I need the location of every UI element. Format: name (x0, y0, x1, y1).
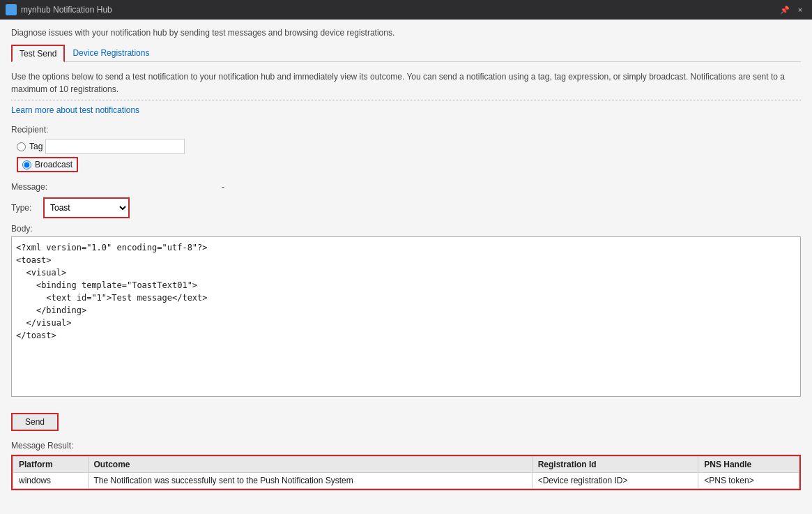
col-platform: Platform (13, 457, 89, 473)
tag-label: Tag (29, 142, 43, 151)
title-bar: mynhub Notification Hub 📌 × (0, 0, 812, 20)
close-button[interactable]: × (794, 3, 806, 16)
broadcast-radio[interactable] (22, 160, 31, 169)
type-select-wrapper: Toast Tile Badge Raw (43, 197, 130, 218)
result-label: Message Result: (11, 441, 801, 451)
type-label: Type: (11, 203, 39, 213)
cell-registration-id: <Device registration ID> (532, 473, 698, 489)
app-icon (6, 4, 17, 15)
body-label: Body: (11, 224, 801, 234)
section-description: Use the options below to send a test not… (11, 70, 801, 96)
message-header: Message: - (11, 182, 801, 192)
col-outcome: Outcome (88, 457, 532, 473)
body-textarea[interactable]: <?xml version="1.0" encoding="utf-8"?> <… (11, 236, 801, 397)
table-row: windows The Notification was successfull… (13, 473, 799, 489)
main-container: Diagnose issues with your notification h… (0, 20, 812, 514)
send-button-wrapper: Send (11, 413, 59, 431)
subtitle-text: Diagnose issues with your notification h… (11, 28, 801, 38)
table-header-row: Platform Outcome Registration Id PNS Han… (13, 457, 799, 473)
col-pns-handle: PNS Handle (698, 457, 799, 473)
recipient-section: Recipient: Tag Broadcast (11, 125, 801, 172)
tab-test-send[interactable]: Test Send (11, 45, 65, 62)
message-section: Message: - Type: Toast Tile Badge Raw Bo… (11, 182, 801, 399)
pin-button[interactable]: 📌 (779, 3, 791, 16)
type-row: Type: Toast Tile Badge Raw (11, 197, 801, 218)
learn-more-link[interactable]: Learn more about test notifications (11, 105, 139, 115)
result-table-wrapper: Platform Outcome Registration Id PNS Han… (11, 455, 801, 490)
tag-radio[interactable] (17, 142, 26, 151)
message-dash: - (222, 182, 224, 192)
title-bar-text: mynhub Notification Hub (21, 5, 779, 15)
result-section: Message Result: Platform Outcome Registr… (11, 441, 801, 490)
message-label: Message: (11, 182, 47, 192)
cell-platform: windows (13, 473, 89, 489)
broadcast-row: Broadcast (17, 157, 78, 172)
result-table: Platform Outcome Registration Id PNS Han… (13, 456, 799, 489)
tag-row: Tag (17, 139, 801, 154)
broadcast-label: Broadcast (35, 160, 72, 169)
type-select[interactable]: Toast Tile Badge Raw (45, 199, 128, 217)
cell-pns-handle: <PNS token> (698, 473, 799, 489)
tabs-container: Test Send Device Registrations (11, 45, 801, 62)
radio-group: Tag Broadcast (17, 139, 801, 172)
recipient-label: Recipient: (11, 125, 801, 135)
tag-input[interactable] (45, 139, 185, 154)
col-registration-id: Registration Id (532, 457, 698, 473)
tab-device-registrations[interactable]: Device Registrations (65, 45, 157, 62)
cell-outcome: The Notification was successfully sent t… (88, 473, 532, 489)
send-button[interactable]: Send (13, 414, 57, 430)
